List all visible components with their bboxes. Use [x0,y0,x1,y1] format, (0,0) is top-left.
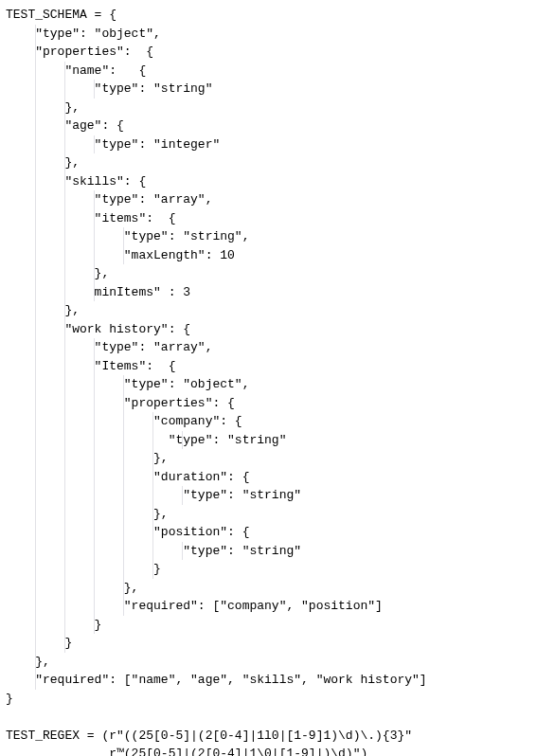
line-text: "type": "object", [6,377,249,391]
code-line: "type": "string" [6,542,549,561]
line-text: } [6,618,101,632]
line-text: }, [6,266,109,280]
code-line: }, [6,264,549,283]
code-line: "properties": { [6,43,549,62]
code-line: "type": "integer" [6,135,549,154]
line-text: "maxLength": 10 [6,248,235,262]
line-text: TEST_SCHEMA = { [6,8,116,22]
code-line: }, [6,579,549,598]
line-text: "type": "string" [6,433,286,447]
code-line: "type": "string" [6,80,549,99]
line-text: } [6,636,72,650]
code-line: "items": { [6,209,549,228]
code-line: }, [6,653,549,672]
line-text: }, [6,451,169,465]
line-text: minItems" : 3 [6,285,190,299]
line-text: "age": { [6,118,124,133]
code-line: "company": { [6,412,549,431]
line-text: "type": "array", [6,340,212,354]
code-line: "duration": { [6,468,549,487]
code-line: }, [6,301,549,320]
line-text: "type": "array", [6,192,212,207]
code-line: TEST_SCHEMA = { [6,6,549,25]
line-text: }, [6,155,80,170]
code-line: "type": "object", [6,375,549,394]
code-line: "type": "array", [6,338,549,357]
code-line [6,708,549,727]
line-text: TEST_REGEX = (r"((25[0-5]|(2[0-4]|1l0|[1… [6,729,412,743]
code-line: "position": { [6,523,549,542]
line-text: }, [6,581,138,595]
code-line: } [6,634,549,653]
code-line: }, [6,505,549,524]
line-text: "skills": { [6,174,146,189]
code-line: }, [6,153,549,172]
code-line: minItems" : 3 [6,283,549,302]
line-text: }, [6,507,169,521]
code-line: "properties": { [6,394,549,413]
code-line: "type": "string" [6,486,549,505]
code-line: } [6,560,549,579]
code-line: "name": { [6,62,549,81]
code-line: "type": "string", [6,227,549,246]
line-text: "type": "string" [6,544,301,558]
line-text: "type": "integer" [6,137,220,152]
code-line: r™(25[0-5]|(2[0-4]|1\0|[1-9]|)\d)") [6,745,549,756]
line-text: "properties": { [6,396,235,410]
line-text: "required": ["company", "position"] [6,599,383,613]
line-text: "work history": { [6,322,190,336]
line-text: "name": { [6,63,146,78]
code-line: "skills": { [6,172,549,191]
code-line: } [6,616,549,635]
code-line: "work history": { [6,320,549,339]
line-text: "position": { [6,525,249,539]
line-text: "company": { [6,414,242,428]
code-line: "age": { [6,117,549,135]
line-text: r™(25[0-5]|(2[0-4]|1\0|[1-9]|)\d)") [6,747,367,756]
line-text: "type": "string" [6,81,212,96]
line-text: "type": "string" [6,488,301,502]
code-line: "required": ["company", "position"] [6,597,549,616]
line-text: }, [6,655,50,669]
line-text: "Items": { [6,359,175,373]
line-text: "required": ["name", "age", "skills", "w… [6,673,427,687]
line-text: "properties": { [6,45,153,59]
code-line: } [6,690,549,709]
line-text: "type": "string", [6,229,249,243]
code-line: "type": "string" [6,431,549,450]
line-text: "type": "object", [6,27,161,41]
line-text [6,710,13,724]
line-text: }, [6,100,80,115]
code-line: }, [6,99,549,117]
code-line: "type": "array", [6,190,549,209]
code-line: TEST_REGEX = (r"((25[0-5]|(2[0-4]|1l0|[1… [6,727,549,746]
code-line: }, [6,449,549,468]
code-line: "required": ["name", "age", "skills", "w… [6,671,549,690]
code-line: "Items": { [6,357,549,376]
line-text: } [6,692,13,706]
code-line: "maxLength": 10 [6,246,549,265]
line-text: "items": { [6,211,175,225]
code-block: TEST_SCHEMA = { "type": "object", "prope… [6,6,549,756]
line-text: }, [6,303,80,317]
line-text: "duration": { [6,470,249,484]
line-text: } [6,562,161,576]
code-line: "type": "object", [6,25,549,44]
